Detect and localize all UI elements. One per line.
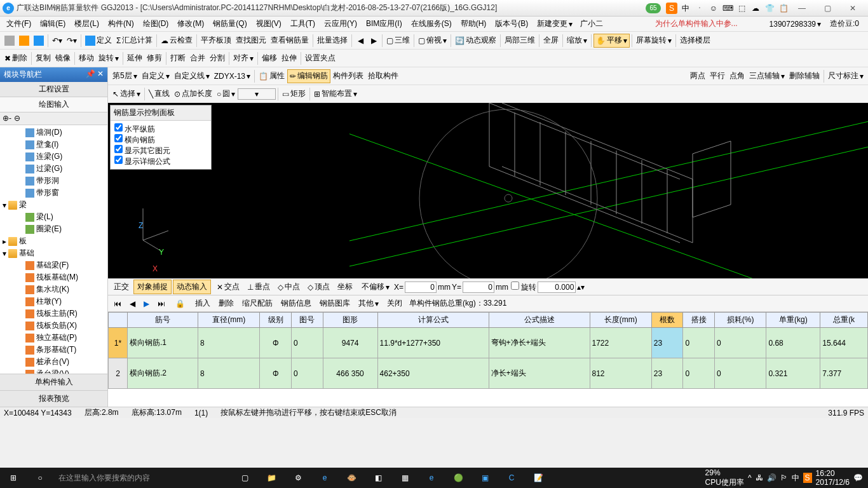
three-point-aux-button[interactable]: 三点辅轴▾ <box>747 69 787 83</box>
tray-lang[interactable]: 中 <box>792 473 799 484</box>
tree-node[interactable]: 带形窗 <box>1 187 106 199</box>
nav-tab-draw[interactable]: 绘图输入 <box>0 97 107 112</box>
property-button[interactable]: 📋属性 <box>257 69 287 83</box>
cortana-icon[interactable]: ○ <box>27 468 53 488</box>
offset-mode[interactable]: 不偏移▾ <box>358 280 393 294</box>
menu-file[interactable]: 文件(F) <box>3 17 35 30</box>
app8-icon[interactable]: C <box>498 468 525 488</box>
app3-icon[interactable]: 🐵 <box>338 468 365 488</box>
align-button[interactable]: 对齐▾ <box>231 51 255 65</box>
rebar-info-button[interactable]: 钢筋信息 <box>278 297 315 310</box>
coord-snap[interactable]: 坐标 <box>334 280 356 294</box>
copy-button[interactable]: 复制 <box>34 51 53 65</box>
tree-node[interactable]: 筏板负筋(X) <box>1 320 106 332</box>
rebar-lib-button[interactable]: 钢筋图库 <box>316 297 353 310</box>
menu-cloud[interactable]: 云应用(Y) <box>320 17 361 30</box>
new-icon[interactable] <box>3 34 17 48</box>
select-tool[interactable]: ↖选择▾ <box>111 87 142 101</box>
ortho-toggle[interactable]: 正交 <box>111 280 132 294</box>
close-button[interactable]: ✕ <box>840 1 865 16</box>
delete-row-button[interactable]: 删除 <box>215 297 237 310</box>
nav-single-input[interactable]: 单构件输入 <box>0 374 107 390</box>
sum-button[interactable]: Σ 汇总计算 <box>114 34 154 48</box>
ie-icon[interactable]: e <box>418 468 445 488</box>
move-button[interactable]: 移动 <box>77 51 96 65</box>
tree-node[interactable]: ▾梁 <box>1 199 106 211</box>
chk-horiz[interactable]: 水平纵筋 <box>114 123 207 134</box>
rotate-button[interactable]: 旋转▾ <box>97 51 121 65</box>
mid-snap[interactable]: ◇中点 <box>275 280 303 294</box>
delete-button[interactable]: ✖删除 <box>3 51 29 65</box>
start-button[interactable]: ⊞ <box>0 468 27 488</box>
phone-label[interactable]: 13907298339▾ <box>766 19 824 29</box>
system-tray[interactable]: 29%CPU使用率 ^ 🖧 🔊 🏳 中 S 16:202017/12/6 💬 <box>705 468 868 488</box>
point-length-tool[interactable]: ⊙点加长度 <box>172 87 214 101</box>
cloud-check-button[interactable]: ☁云检查 <box>159 34 194 48</box>
code-select[interactable]: ZDYX-13 ▾ <box>212 69 252 83</box>
other-button[interactable]: 其他▾ <box>355 297 382 310</box>
component-list-button[interactable]: 构件列表 <box>331 69 365 83</box>
menu-tool[interactable]: 工具(T) <box>287 17 319 30</box>
component-tree[interactable]: 墙洞(D)壁龛(I)连梁(G)过梁(G)带形洞带形窗▾梁梁(L)圈梁(E)▸板▾… <box>0 125 107 374</box>
angle-input[interactable] <box>538 281 576 293</box>
extend-button[interactable]: 延伸 <box>125 51 144 65</box>
y-input[interactable] <box>463 281 494 293</box>
redo-icon[interactable]: ↷▾ <box>65 34 79 48</box>
lock-icon[interactable]: 🔒 <box>172 298 188 309</box>
menu-rebar[interactable]: 钢筋量(Q) <box>209 17 250 30</box>
tree-node[interactable]: 壁龛(I) <box>1 139 106 151</box>
tree-node[interactable]: 墙洞(D) <box>1 126 106 139</box>
topview-button[interactable]: ▢俯视▾ <box>416 34 449 48</box>
flat-top-button[interactable]: 平齐板顶 <box>199 34 233 48</box>
collapse-icon[interactable]: ⊖ <box>14 114 20 123</box>
merge-button[interactable]: 合并 <box>188 51 207 65</box>
edit-rebar-button[interactable]: ✏编辑钢筋 <box>287 69 330 83</box>
table-row[interactable]: 2横向钢筋.28Φ0466 350462+350净长+端头81223000.32… <box>109 358 868 389</box>
point-angle-button[interactable]: 点角 <box>728 69 747 83</box>
insert-row-button[interactable]: 插入 <box>192 297 214 310</box>
zoom-button[interactable]: 缩放▾ <box>565 34 589 48</box>
vertex-snap[interactable]: ◇顶点 <box>304 280 333 294</box>
first-icon[interactable]: ⏮ <box>111 298 125 309</box>
app9-icon[interactable]: 📝 <box>525 468 552 488</box>
prev-icon[interactable]: ◀ <box>354 34 367 48</box>
menu-floor[interactable]: 楼层(L) <box>71 17 103 30</box>
tree-node[interactable]: 连梁(G) <box>1 151 106 163</box>
tray-clock[interactable]: 16:202017/12/6 <box>816 469 850 487</box>
tree-node[interactable]: ▸板 <box>1 235 106 247</box>
perp-snap[interactable]: ⊥垂点 <box>244 280 273 294</box>
ime-dot[interactable]: ㆍ <box>694 3 705 14</box>
close-rebar-button[interactable]: 关闭 <box>384 297 405 310</box>
menu-edit[interactable]: 编辑(E) <box>36 17 69 30</box>
user-button[interactable]: 广小二 <box>576 18 606 30</box>
nav-tab-settings[interactable]: 工程设置 <box>0 82 107 97</box>
ime-lang[interactable]: 中 <box>680 3 691 14</box>
x-input[interactable] <box>405 281 437 293</box>
app2-icon[interactable]: ⚙ <box>285 468 311 488</box>
blank-select[interactable]: ▾ <box>238 88 276 100</box>
tray-notif-icon[interactable]: 💬 <box>853 473 863 482</box>
split-button[interactable]: 分割 <box>208 51 227 65</box>
expand-icon[interactable]: ⊕- <box>3 114 11 123</box>
menu-component[interactable]: 构件(N) <box>104 17 138 30</box>
prev-rebar-icon[interactable]: ◀ <box>126 298 139 309</box>
3d-button[interactable]: ▢三维 <box>384 34 412 48</box>
chk-cross[interactable]: 横向钢筋 <box>114 134 207 145</box>
trim-button[interactable]: 修剪 <box>145 51 164 65</box>
3d-viewport[interactable]: 钢筋显示控制面板 水平纵筋 横向钢筋 显示其它图元 显示详细公式 <box>108 103 868 278</box>
tree-node[interactable]: 过梁(G) <box>1 163 106 175</box>
break-button[interactable]: 打断 <box>168 51 187 65</box>
app1-icon[interactable]: 📁 <box>258 468 285 488</box>
tree-node[interactable]: 梁(L) <box>1 211 106 223</box>
note-text[interactable]: 为什么单构件输入中参... <box>655 18 738 29</box>
rebar-display-panel[interactable]: 钢筋显示控制面板 水平纵筋 横向钢筋 显示其它图元 显示详细公式 <box>110 105 212 170</box>
tree-node[interactable]: 圈梁(E) <box>1 223 106 235</box>
tray-flag-icon[interactable]: 🏳 <box>780 473 788 482</box>
tree-node[interactable]: 承台梁(V) <box>1 368 106 374</box>
ime-logo[interactable]: S <box>666 3 677 14</box>
menu-view[interactable]: 视图(V) <box>252 17 285 30</box>
batch-select-button[interactable]: 批量选择 <box>315 34 349 48</box>
select-floor-button[interactable]: 选择楼层 <box>678 34 712 48</box>
tree-node[interactable]: 独立基础(P) <box>1 332 106 344</box>
tree-node[interactable]: ▾基础 <box>1 247 106 259</box>
